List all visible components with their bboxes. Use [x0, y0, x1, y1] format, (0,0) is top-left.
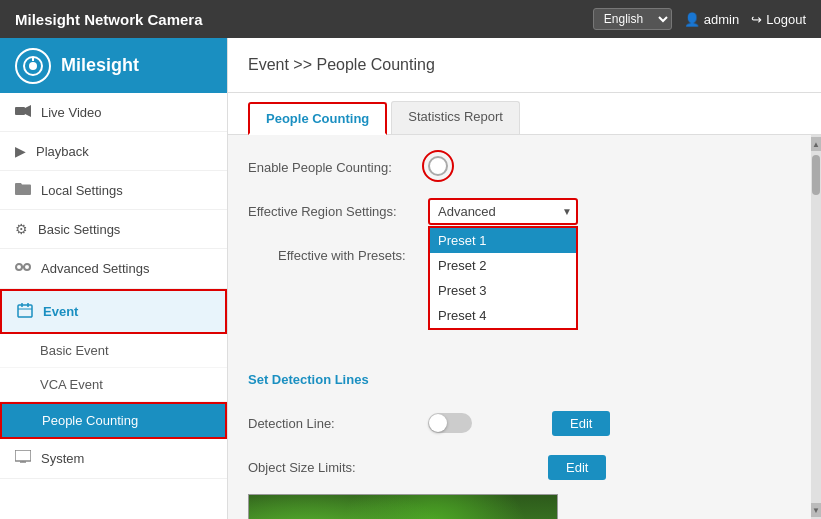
logo-icon — [15, 48, 51, 84]
tab-statistics-report[interactable]: Statistics Report — [391, 101, 520, 134]
sidebar-item-advanced-settings-label: Advanced Settings — [41, 261, 149, 276]
sidebar-logo: Milesight — [0, 38, 227, 93]
preset-item-4[interactable]: Preset 4 — [430, 303, 576, 328]
content-header: Event >> People Counting — [228, 38, 821, 93]
preset-item-3[interactable]: Preset 3 — [430, 278, 576, 303]
camera-preview-inner — [249, 495, 557, 519]
monitor-icon — [15, 450, 31, 467]
sidebar-menu: Live Video ▶ Playback Local Settings ⚙ B… — [0, 93, 227, 519]
logout-icon: ↪ — [751, 12, 762, 27]
sidebar-item-local-settings-label: Local Settings — [41, 183, 123, 198]
svg-point-5 — [16, 264, 22, 270]
svg-point-6 — [24, 264, 30, 270]
enable-people-counting-row: Enable People Counting: — [248, 150, 791, 184]
tab-people-counting[interactable]: People Counting — [248, 102, 387, 135]
svg-rect-8 — [18, 305, 32, 317]
sidebar-item-playback[interactable]: ▶ Playback — [0, 132, 227, 171]
folder-icon — [15, 182, 31, 198]
sidebar: Milesight Live Video ▶ Playback — [0, 38, 228, 519]
scroll-down-button[interactable]: ▼ — [811, 503, 821, 517]
logout-label: Logout — [766, 12, 806, 27]
logout-button[interactable]: ↪ Logout — [751, 12, 806, 27]
playback-icon: ▶ — [15, 143, 26, 159]
preset-item-2[interactable]: Preset 2 — [430, 253, 576, 278]
object-size-row: Object Size Limits: Edit — [248, 450, 791, 484]
effective-region-row: Effective Region Settings: Basic Advance… — [248, 194, 791, 228]
set-detection-row: Set Detection Lines — [248, 362, 791, 396]
gear-icon: ⚙ — [15, 221, 28, 237]
sidebar-item-live-video-label: Live Video — [41, 105, 101, 120]
topbar: Milesight Network Camera English Chinese… — [0, 0, 821, 38]
scroll-up-button[interactable]: ▲ — [811, 137, 821, 151]
preset-item-1[interactable]: Preset 1 — [430, 228, 576, 253]
detection-line-row: Detection Line: Edit — [248, 406, 791, 440]
sidebar-item-basic-event-label: Basic Event — [40, 343, 109, 358]
scrollbar: ▲ ▼ — [811, 135, 821, 519]
sidebar-item-basic-settings[interactable]: ⚙ Basic Settings — [0, 210, 227, 249]
main-layout: Milesight Live Video ▶ Playback — [0, 38, 821, 519]
effective-region-label: Effective Region Settings: — [248, 204, 428, 219]
logo-text: Milesight — [61, 55, 139, 76]
sidebar-item-system[interactable]: System — [0, 439, 227, 479]
camera-preview — [248, 494, 558, 519]
detection-line-label: Detection Line: — [248, 416, 428, 431]
set-detection-label: Set Detection Lines — [248, 372, 428, 387]
enable-label: Enable People Counting: — [248, 160, 428, 175]
svg-rect-12 — [15, 450, 31, 461]
sidebar-item-live-video[interactable]: Live Video — [0, 93, 227, 132]
effective-presets-label: Effective with Presets: — [268, 248, 448, 263]
sidebar-item-system-label: System — [41, 451, 84, 466]
username: admin — [704, 12, 739, 27]
form-area: Enable People Counting: Effective Region… — [228, 135, 811, 519]
sidebar-item-vca-event-label: VCA Event — [40, 377, 103, 392]
content-area: Event >> People Counting People Counting… — [228, 38, 821, 519]
detection-edit-button[interactable]: Edit — [552, 411, 610, 436]
form-scroll-container: Enable People Counting: Effective Region… — [228, 135, 821, 519]
language-select[interactable]: English Chinese French — [593, 8, 672, 30]
object-size-label: Object Size Limits: — [248, 460, 428, 475]
effective-region-dropdown: Basic Advanced ▼ Preset 1 Preset 2 — [428, 198, 578, 225]
object-size-edit-button[interactable]: Edit — [548, 455, 606, 480]
sidebar-item-advanced-settings[interactable]: Advanced Settings — [0, 249, 227, 289]
sidebar-item-basic-event[interactable]: Basic Event — [0, 334, 227, 368]
sidebar-item-people-counting-label: People Counting — [42, 413, 138, 428]
breadcrumb: Event >> People Counting — [248, 56, 435, 74]
sidebar-item-basic-settings-label: Basic Settings — [38, 222, 120, 237]
camera-icon — [15, 104, 31, 120]
tabs-bar: People Counting Statistics Report — [228, 93, 821, 135]
sidebar-item-event[interactable]: Event — [0, 289, 227, 334]
topbar-right: English Chinese French 👤 admin ↪ Logout — [593, 8, 806, 30]
sidebar-item-playback-label: Playback — [36, 144, 89, 159]
svg-marker-4 — [25, 105, 31, 117]
svg-point-1 — [29, 62, 37, 70]
event-icon — [17, 302, 33, 321]
sidebar-item-local-settings[interactable]: Local Settings — [0, 171, 227, 210]
enable-checkbox[interactable] — [428, 156, 448, 176]
app-title: Milesight Network Camera — [15, 11, 203, 28]
scroll-thumb[interactable] — [812, 155, 820, 195]
svg-rect-3 — [15, 107, 25, 115]
user-icon: 👤 — [684, 12, 700, 27]
sidebar-item-people-counting[interactable]: People Counting — [0, 402, 227, 439]
toggle-knob — [429, 414, 447, 432]
sidebar-item-event-label: Event — [43, 304, 78, 319]
sidebar-item-vca-event[interactable]: VCA Event — [0, 368, 227, 402]
link-icon — [15, 260, 31, 277]
effective-region-select[interactable]: Basic Advanced — [428, 198, 578, 225]
detection-line-toggle[interactable] — [428, 413, 472, 433]
preset-dropdown: Preset 1 Preset 2 Preset 3 Preset 4 — [428, 226, 578, 330]
user-info: 👤 admin — [684, 12, 739, 27]
